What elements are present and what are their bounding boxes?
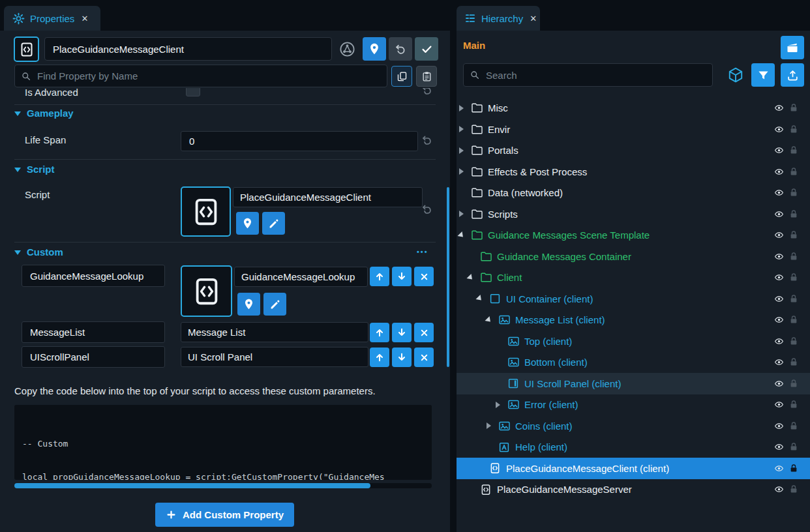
undo-button[interactable] — [389, 37, 412, 61]
find-property-input[interactable] — [14, 65, 387, 87]
lock-icon[interactable] — [787, 182, 800, 203]
script-asset-tile[interactable] — [181, 186, 231, 237]
add-custom-property-button[interactable]: Add Custom Property — [155, 503, 294, 527]
lock-icon[interactable] — [787, 415, 800, 437]
reset-icon[interactable] — [421, 88, 434, 96]
overflow-menu-icon[interactable]: ••• — [417, 248, 428, 256]
lock-icon[interactable] — [787, 140, 800, 161]
lock-icon[interactable] — [787, 309, 800, 331]
move-down-button[interactable] — [392, 267, 412, 286]
tree-row[interactable]: Bottom (client) — [457, 351, 810, 373]
tree-row[interactable]: Misc — [457, 97, 810, 119]
lock-icon[interactable] — [787, 224, 800, 246]
move-up-button[interactable] — [370, 323, 389, 342]
tree-row[interactable]: Client — [457, 267, 810, 288]
lock-icon[interactable] — [787, 394, 800, 415]
eye-icon[interactable] — [771, 182, 787, 203]
expand-arrow[interactable] — [457, 224, 465, 246]
tree-row[interactable]: UI Scroll Panel (client) — [457, 373, 810, 394]
eye-icon[interactable] — [771, 458, 787, 479]
edit-script-button[interactable] — [262, 212, 285, 235]
tab-hierarchy[interactable]: Hierarchy ✕ — [457, 6, 540, 31]
section-gameplay[interactable]: Gameplay — [14, 108, 74, 119]
find-asset-button[interactable] — [237, 293, 260, 316]
lock-icon[interactable] — [787, 373, 800, 394]
expand-arrow[interactable] — [457, 161, 465, 183]
delete-button[interactable] — [414, 323, 434, 342]
eye-icon[interactable] — [771, 415, 787, 437]
custom-name-input[interactable] — [22, 346, 165, 368]
tree-row[interactable]: Scripts — [457, 203, 810, 225]
tree-row[interactable]: Top (client) — [457, 331, 810, 352]
tree-row[interactable]: Error (client) — [457, 394, 810, 415]
eye-icon[interactable] — [771, 436, 787, 458]
tree-row[interactable]: Guidance Messages Scene Template — [457, 224, 810, 246]
close-icon[interactable]: ✕ — [530, 14, 537, 23]
expand-arrow[interactable] — [475, 288, 483, 310]
expand-arrow[interactable] — [457, 140, 465, 161]
eye-icon[interactable] — [771, 246, 787, 267]
expand-arrow[interactable] — [494, 394, 502, 415]
apply-button[interactable] — [415, 37, 438, 61]
h-scrollbar-track[interactable] — [14, 483, 432, 488]
paste-button[interactable] — [416, 66, 437, 87]
move-down-button[interactable] — [392, 323, 412, 342]
move-up-button[interactable] — [370, 267, 389, 286]
object-name-input[interactable] — [44, 37, 332, 61]
tree-row[interactable]: Guidance Messages Container — [457, 246, 810, 267]
copy-button[interactable] — [391, 66, 412, 87]
delete-button[interactable] — [414, 347, 434, 367]
eye-icon[interactable] — [771, 161, 787, 183]
tree-row[interactable]: Message List (client) — [457, 309, 810, 331]
section-script[interactable]: Script — [14, 164, 55, 175]
lock-icon[interactable] — [787, 288, 800, 310]
eye-icon[interactable] — [771, 394, 787, 415]
reset-icon[interactable] — [421, 134, 434, 147]
v-scrollbar-thumb[interactable] — [447, 187, 449, 367]
lock-icon[interactable] — [787, 436, 800, 458]
network-icon[interactable] — [337, 38, 357, 59]
lock-icon[interactable] — [787, 331, 800, 352]
eye-icon[interactable] — [771, 351, 787, 373]
delete-button[interactable] — [414, 267, 434, 286]
move-up-button[interactable] — [370, 347, 389, 367]
lock-icon[interactable] — [787, 97, 800, 119]
script-asset-tile[interactable] — [181, 265, 232, 317]
code-block[interactable]: -- Custom local propGuidanceMessageLooku… — [14, 405, 432, 480]
section-custom[interactable]: Custom — [14, 246, 63, 258]
tree-row[interactable]: Portals — [457, 140, 810, 161]
lock-icon[interactable] — [787, 119, 800, 140]
lock-icon[interactable] — [787, 246, 800, 267]
tree-row[interactable]: Coins (client) — [457, 415, 810, 437]
find-asset-button[interactable] — [363, 37, 386, 61]
eye-icon[interactable] — [771, 203, 787, 225]
life-span-input[interactable] — [181, 131, 418, 151]
tab-properties[interactable]: Properties ✕ — [4, 6, 100, 31]
reset-icon[interactable] — [421, 203, 434, 216]
expand-arrow[interactable] — [457, 119, 465, 140]
lock-icon[interactable] — [787, 351, 800, 373]
tree-row[interactable]: Data (networked) — [457, 182, 810, 203]
eye-icon[interactable] — [771, 331, 787, 352]
eye-icon[interactable] — [771, 267, 787, 288]
eye-icon[interactable] — [771, 224, 787, 246]
h-scrollbar-thumb[interactable] — [14, 483, 370, 488]
lock-icon[interactable] — [787, 161, 800, 183]
edit-script-button[interactable] — [263, 293, 286, 316]
custom-name-input[interactable] — [22, 321, 165, 343]
expand-arrow[interactable] — [466, 267, 474, 288]
tree-row[interactable]: Effects & Post Process — [457, 161, 810, 183]
tree-row[interactable]: Envir — [457, 119, 810, 140]
tree-row[interactable]: Help (client) — [457, 436, 810, 458]
close-icon[interactable]: ✕ — [81, 14, 88, 23]
lock-icon[interactable] — [787, 479, 800, 500]
eye-icon[interactable] — [771, 140, 787, 161]
eye-icon[interactable] — [771, 97, 787, 119]
lock-icon[interactable] — [787, 267, 800, 288]
custom-name-input[interactable] — [22, 265, 165, 287]
is-advanced-checkbox[interactable] — [186, 88, 200, 96]
expand-arrow[interactable] — [457, 97, 465, 119]
tree-row[interactable]: PlaceGuidanceMessageServer — [457, 479, 810, 500]
move-down-button[interactable] — [392, 347, 412, 367]
expand-arrow[interactable] — [485, 309, 492, 331]
